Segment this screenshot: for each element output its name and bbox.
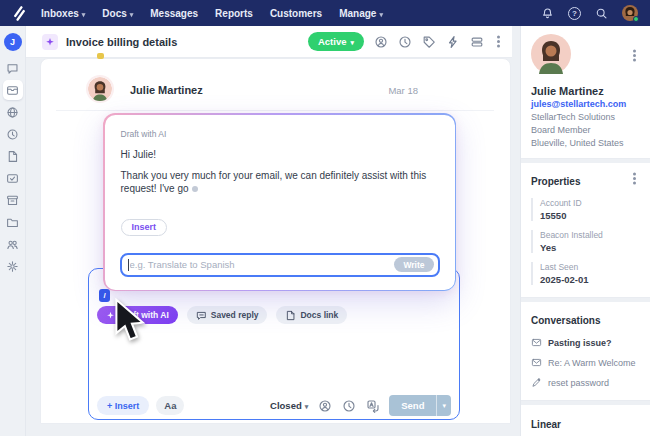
conversations-section: Conversations Pasting issue? Re: A Warm …: [521, 302, 650, 401]
docs-link-label: Docs link: [300, 310, 338, 320]
text-caret: [128, 259, 129, 271]
snooze-icon[interactable]: [397, 34, 412, 49]
nav-customers[interactable]: Customers: [270, 8, 322, 19]
ai-draft-panel: Draft with AI Hi Julie! Thank you very m…: [103, 113, 456, 291]
conversation-item-label: reset password: [548, 378, 609, 388]
property-label: Beacon Installed: [540, 230, 640, 240]
sender-name: Julie Martinez: [130, 84, 203, 96]
chat-icon[interactable]: [3, 58, 23, 78]
language-icon[interactable]: [365, 398, 380, 413]
header-actions: Active: [308, 32, 504, 51]
properties-title: Properties: [531, 176, 580, 187]
mail-check-icon[interactable]: [3, 168, 23, 188]
left-sidebar: J: [0, 26, 26, 436]
property-field: Last Seen 2025-02-01: [531, 262, 640, 285]
nav-inboxes[interactable]: Inboxes: [41, 8, 85, 19]
editor-toolbar-right: Closed Send: [270, 395, 451, 416]
search-icon[interactable]: [594, 6, 609, 21]
bell-icon[interactable]: [540, 6, 555, 21]
top-nav-right: ?: [540, 5, 638, 21]
contact-avatar: [531, 60, 571, 77]
properties-section: Properties Account ID 15550 Beacon Insta…: [521, 163, 650, 298]
conversation-list-item[interactable]: Re: A Warm Welcome: [531, 357, 640, 368]
assign-icon[interactable]: [373, 34, 388, 49]
ai-insert-button[interactable]: Insert: [121, 219, 168, 236]
globe-icon[interactable]: [3, 102, 23, 122]
menu-icon[interactable]: [497, 40, 500, 43]
document-icon[interactable]: [3, 146, 23, 166]
ai-prompt-bar: Write: [120, 253, 440, 277]
property-field: Beacon Installed Yes: [531, 230, 640, 253]
ai-draft-body: Thank you very much for your email, we c…: [121, 169, 439, 196]
nav-messages[interactable]: Messages: [150, 8, 198, 19]
write-button[interactable]: Write: [394, 257, 433, 272]
app-window: Inboxes Docs Messages Reports Customers …: [0, 0, 650, 436]
inbox-avatar[interactable]: J: [4, 33, 22, 51]
ai-draft-panel-body: Draft with AI Hi Julie! Thank you very m…: [105, 115, 455, 290]
ai-prompt-input[interactable]: [122, 259, 395, 270]
format-button[interactable]: Aa: [156, 396, 184, 415]
nav-reports[interactable]: Reports: [215, 8, 253, 19]
conversation-list-item[interactable]: Pasting issue?: [531, 337, 640, 348]
contact-location: Blueville, United States: [531, 138, 640, 148]
fields-icon[interactable]: [469, 34, 484, 49]
conversation-item-label: Pasting issue?: [548, 338, 612, 348]
user-avatar[interactable]: [622, 5, 638, 21]
saved-reply-button[interactable]: Saved reply: [187, 306, 268, 324]
property-value: Yes: [540, 242, 640, 253]
divider: [56, 110, 494, 111]
conversation-list-item[interactable]: reset password: [531, 377, 640, 388]
send-options-chevron-icon[interactable]: [436, 395, 451, 416]
assign-icon[interactable]: [317, 398, 332, 413]
saved-reply-label: Saved reply: [211, 310, 259, 320]
conversations-title: Conversations: [531, 315, 600, 326]
folder-icon[interactable]: [3, 212, 23, 232]
slash-shortcut-badge: /: [99, 289, 110, 302]
online-status-dot: [633, 16, 639, 22]
sparkle-icon: [42, 34, 58, 50]
mouse-cursor: [112, 298, 154, 350]
property-label: Account ID: [540, 198, 640, 208]
conversation-item-label: Re: A Warm Welcome: [548, 358, 636, 368]
send-button-group: Send: [389, 395, 451, 416]
contact-menu-icon[interactable]: [633, 54, 636, 57]
ai-panel-label: Draft with AI: [121, 129, 439, 139]
property-value: 15550: [540, 210, 640, 221]
customer-sidebar: Julie Martinez jules@stellartech.com Ste…: [520, 26, 650, 436]
sender-avatar: [88, 77, 112, 101]
status-dropdown[interactable]: Active: [308, 32, 364, 51]
close-status-dropdown[interactable]: Closed: [270, 400, 308, 411]
editor-toolbar: + Insert Aa Closed Send: [97, 395, 451, 416]
settings-icon[interactable]: [3, 256, 23, 276]
ai-draft-greeting: Hi Julie!: [121, 149, 439, 160]
schedule-icon[interactable]: [341, 398, 356, 413]
contact-role: Board Member: [531, 125, 640, 135]
users-icon[interactable]: [3, 234, 23, 254]
archive-icon[interactable]: [3, 190, 23, 210]
draft-indicator: [97, 53, 104, 59]
send-button[interactable]: Send: [389, 395, 436, 416]
contact-email[interactable]: jules@stellartech.com: [531, 99, 640, 109]
contact-name: Julie Martinez: [531, 85, 640, 97]
nav-manage[interactable]: Manage: [339, 8, 383, 19]
ai-draft-text: Thank you very much for your email, we c…: [121, 170, 427, 195]
message-date: Mar 18: [340, 85, 418, 96]
docs-link-button[interactable]: Docs link: [276, 306, 347, 324]
helpscout-logo-icon[interactable]: [12, 6, 27, 21]
contact-company: StellarTech Solutions: [531, 112, 640, 122]
property-field: Account ID 15550: [531, 198, 640, 221]
workflow-icon[interactable]: [445, 34, 460, 49]
clock-icon[interactable]: [3, 124, 23, 144]
properties-menu-icon[interactable]: [633, 177, 636, 180]
insert-button[interactable]: + Insert: [97, 396, 149, 415]
property-label: Last Seen: [540, 262, 640, 272]
typing-indicator: [192, 186, 198, 192]
integration-linear[interactable]: Linear: [521, 405, 650, 436]
tag-icon[interactable]: [421, 34, 436, 49]
contact-card: Julie Martinez jules@stellartech.com Ste…: [521, 26, 650, 159]
property-value: 2025-02-01: [540, 274, 640, 285]
top-nav: Inboxes Docs Messages Reports Customers …: [0, 0, 650, 26]
nav-docs[interactable]: Docs: [102, 8, 133, 19]
help-icon[interactable]: ?: [568, 7, 581, 20]
inbox-icon[interactable]: [3, 80, 23, 100]
